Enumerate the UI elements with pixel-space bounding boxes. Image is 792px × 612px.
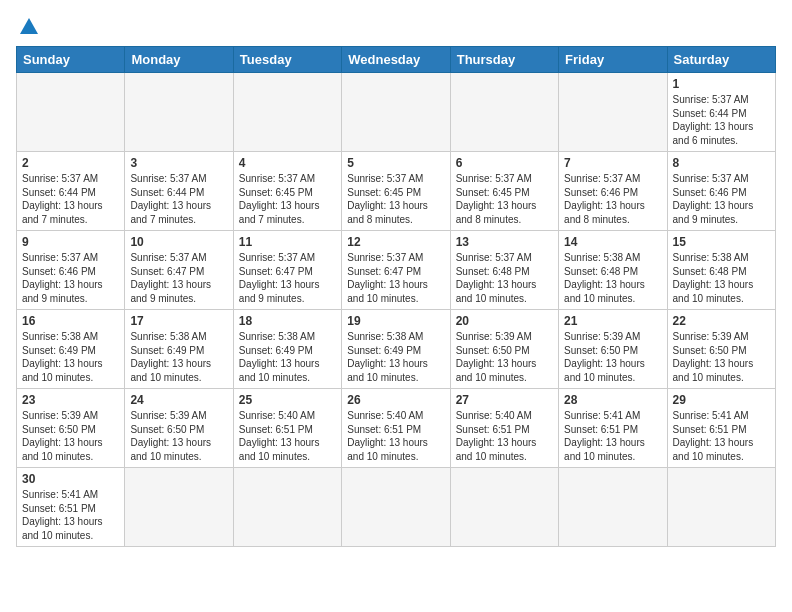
calendar-cell bbox=[342, 468, 450, 547]
calendar-cell: 3Sunrise: 5:37 AM Sunset: 6:44 PM Daylig… bbox=[125, 152, 233, 231]
calendar-header-row: SundayMondayTuesdayWednesdayThursdayFrid… bbox=[17, 47, 776, 73]
day-number: 6 bbox=[456, 156, 553, 170]
day-number: 5 bbox=[347, 156, 444, 170]
calendar-cell: 18Sunrise: 5:38 AM Sunset: 6:49 PM Dayli… bbox=[233, 310, 341, 389]
calendar-cell bbox=[559, 468, 667, 547]
day-number: 13 bbox=[456, 235, 553, 249]
day-info: Sunrise: 5:37 AM Sunset: 6:48 PM Dayligh… bbox=[456, 251, 553, 305]
calendar-cell: 1Sunrise: 5:37 AM Sunset: 6:44 PM Daylig… bbox=[667, 73, 775, 152]
day-number: 29 bbox=[673, 393, 770, 407]
day-info: Sunrise: 5:41 AM Sunset: 6:51 PM Dayligh… bbox=[22, 488, 119, 542]
calendar-cell: 6Sunrise: 5:37 AM Sunset: 6:45 PM Daylig… bbox=[450, 152, 558, 231]
calendar-cell: 4Sunrise: 5:37 AM Sunset: 6:45 PM Daylig… bbox=[233, 152, 341, 231]
day-info: Sunrise: 5:38 AM Sunset: 6:48 PM Dayligh… bbox=[564, 251, 661, 305]
calendar-week-row: 2Sunrise: 5:37 AM Sunset: 6:44 PM Daylig… bbox=[17, 152, 776, 231]
day-info: Sunrise: 5:39 AM Sunset: 6:50 PM Dayligh… bbox=[456, 330, 553, 384]
day-number: 11 bbox=[239, 235, 336, 249]
col-header-tuesday: Tuesday bbox=[233, 47, 341, 73]
calendar-cell: 24Sunrise: 5:39 AM Sunset: 6:50 PM Dayli… bbox=[125, 389, 233, 468]
calendar-cell: 11Sunrise: 5:37 AM Sunset: 6:47 PM Dayli… bbox=[233, 231, 341, 310]
day-info: Sunrise: 5:40 AM Sunset: 6:51 PM Dayligh… bbox=[347, 409, 444, 463]
calendar-cell: 12Sunrise: 5:37 AM Sunset: 6:47 PM Dayli… bbox=[342, 231, 450, 310]
day-number: 16 bbox=[22, 314, 119, 328]
col-header-friday: Friday bbox=[559, 47, 667, 73]
calendar-cell bbox=[559, 73, 667, 152]
calendar-cell: 30Sunrise: 5:41 AM Sunset: 6:51 PM Dayli… bbox=[17, 468, 125, 547]
day-number: 27 bbox=[456, 393, 553, 407]
day-info: Sunrise: 5:37 AM Sunset: 6:45 PM Dayligh… bbox=[347, 172, 444, 226]
calendar-cell: 23Sunrise: 5:39 AM Sunset: 6:50 PM Dayli… bbox=[17, 389, 125, 468]
calendar-week-row: 16Sunrise: 5:38 AM Sunset: 6:49 PM Dayli… bbox=[17, 310, 776, 389]
day-number: 4 bbox=[239, 156, 336, 170]
day-number: 3 bbox=[130, 156, 227, 170]
day-info: Sunrise: 5:38 AM Sunset: 6:49 PM Dayligh… bbox=[347, 330, 444, 384]
day-info: Sunrise: 5:37 AM Sunset: 6:47 PM Dayligh… bbox=[347, 251, 444, 305]
calendar-cell bbox=[667, 468, 775, 547]
calendar-cell bbox=[342, 73, 450, 152]
calendar-week-row: 9Sunrise: 5:37 AM Sunset: 6:46 PM Daylig… bbox=[17, 231, 776, 310]
day-number: 18 bbox=[239, 314, 336, 328]
col-header-wednesday: Wednesday bbox=[342, 47, 450, 73]
calendar-cell: 5Sunrise: 5:37 AM Sunset: 6:45 PM Daylig… bbox=[342, 152, 450, 231]
calendar-cell: 28Sunrise: 5:41 AM Sunset: 6:51 PM Dayli… bbox=[559, 389, 667, 468]
day-number: 7 bbox=[564, 156, 661, 170]
day-info: Sunrise: 5:39 AM Sunset: 6:50 PM Dayligh… bbox=[22, 409, 119, 463]
calendar-cell: 26Sunrise: 5:40 AM Sunset: 6:51 PM Dayli… bbox=[342, 389, 450, 468]
day-number: 15 bbox=[673, 235, 770, 249]
day-number: 17 bbox=[130, 314, 227, 328]
day-info: Sunrise: 5:37 AM Sunset: 6:45 PM Dayligh… bbox=[456, 172, 553, 226]
day-number: 30 bbox=[22, 472, 119, 486]
calendar-cell: 21Sunrise: 5:39 AM Sunset: 6:50 PM Dayli… bbox=[559, 310, 667, 389]
day-number: 24 bbox=[130, 393, 227, 407]
day-number: 9 bbox=[22, 235, 119, 249]
day-number: 25 bbox=[239, 393, 336, 407]
day-info: Sunrise: 5:37 AM Sunset: 6:46 PM Dayligh… bbox=[22, 251, 119, 305]
calendar-cell bbox=[450, 73, 558, 152]
calendar-cell: 20Sunrise: 5:39 AM Sunset: 6:50 PM Dayli… bbox=[450, 310, 558, 389]
calendar-cell: 7Sunrise: 5:37 AM Sunset: 6:46 PM Daylig… bbox=[559, 152, 667, 231]
calendar-cell bbox=[125, 468, 233, 547]
calendar-cell: 9Sunrise: 5:37 AM Sunset: 6:46 PM Daylig… bbox=[17, 231, 125, 310]
day-info: Sunrise: 5:39 AM Sunset: 6:50 PM Dayligh… bbox=[564, 330, 661, 384]
day-info: Sunrise: 5:38 AM Sunset: 6:48 PM Dayligh… bbox=[673, 251, 770, 305]
calendar-cell bbox=[233, 73, 341, 152]
day-info: Sunrise: 5:37 AM Sunset: 6:46 PM Dayligh… bbox=[564, 172, 661, 226]
day-info: Sunrise: 5:38 AM Sunset: 6:49 PM Dayligh… bbox=[22, 330, 119, 384]
calendar-cell bbox=[233, 468, 341, 547]
calendar-cell: 13Sunrise: 5:37 AM Sunset: 6:48 PM Dayli… bbox=[450, 231, 558, 310]
calendar-week-row: 1Sunrise: 5:37 AM Sunset: 6:44 PM Daylig… bbox=[17, 73, 776, 152]
day-number: 23 bbox=[22, 393, 119, 407]
day-info: Sunrise: 5:37 AM Sunset: 6:44 PM Dayligh… bbox=[130, 172, 227, 226]
day-info: Sunrise: 5:41 AM Sunset: 6:51 PM Dayligh… bbox=[673, 409, 770, 463]
calendar-cell bbox=[17, 73, 125, 152]
calendar-cell: 25Sunrise: 5:40 AM Sunset: 6:51 PM Dayli… bbox=[233, 389, 341, 468]
day-info: Sunrise: 5:39 AM Sunset: 6:50 PM Dayligh… bbox=[673, 330, 770, 384]
day-info: Sunrise: 5:37 AM Sunset: 6:44 PM Dayligh… bbox=[22, 172, 119, 226]
day-number: 19 bbox=[347, 314, 444, 328]
page-header bbox=[16, 16, 776, 38]
calendar-cell: 14Sunrise: 5:38 AM Sunset: 6:48 PM Dayli… bbox=[559, 231, 667, 310]
day-number: 12 bbox=[347, 235, 444, 249]
logo-icon bbox=[18, 16, 40, 38]
day-number: 28 bbox=[564, 393, 661, 407]
day-info: Sunrise: 5:38 AM Sunset: 6:49 PM Dayligh… bbox=[130, 330, 227, 384]
day-number: 21 bbox=[564, 314, 661, 328]
calendar-cell: 16Sunrise: 5:38 AM Sunset: 6:49 PM Dayli… bbox=[17, 310, 125, 389]
calendar-cell: 2Sunrise: 5:37 AM Sunset: 6:44 PM Daylig… bbox=[17, 152, 125, 231]
day-info: Sunrise: 5:41 AM Sunset: 6:51 PM Dayligh… bbox=[564, 409, 661, 463]
day-number: 10 bbox=[130, 235, 227, 249]
day-info: Sunrise: 5:37 AM Sunset: 6:47 PM Dayligh… bbox=[239, 251, 336, 305]
calendar-cell: 10Sunrise: 5:37 AM Sunset: 6:47 PM Dayli… bbox=[125, 231, 233, 310]
svg-marker-0 bbox=[20, 18, 38, 34]
day-info: Sunrise: 5:37 AM Sunset: 6:47 PM Dayligh… bbox=[130, 251, 227, 305]
col-header-thursday: Thursday bbox=[450, 47, 558, 73]
calendar-week-row: 30Sunrise: 5:41 AM Sunset: 6:51 PM Dayli… bbox=[17, 468, 776, 547]
col-header-saturday: Saturday bbox=[667, 47, 775, 73]
col-header-sunday: Sunday bbox=[17, 47, 125, 73]
day-number: 20 bbox=[456, 314, 553, 328]
calendar-cell bbox=[125, 73, 233, 152]
calendar-cell: 22Sunrise: 5:39 AM Sunset: 6:50 PM Dayli… bbox=[667, 310, 775, 389]
day-number: 26 bbox=[347, 393, 444, 407]
calendar-cell: 27Sunrise: 5:40 AM Sunset: 6:51 PM Dayli… bbox=[450, 389, 558, 468]
calendar-week-row: 23Sunrise: 5:39 AM Sunset: 6:50 PM Dayli… bbox=[17, 389, 776, 468]
